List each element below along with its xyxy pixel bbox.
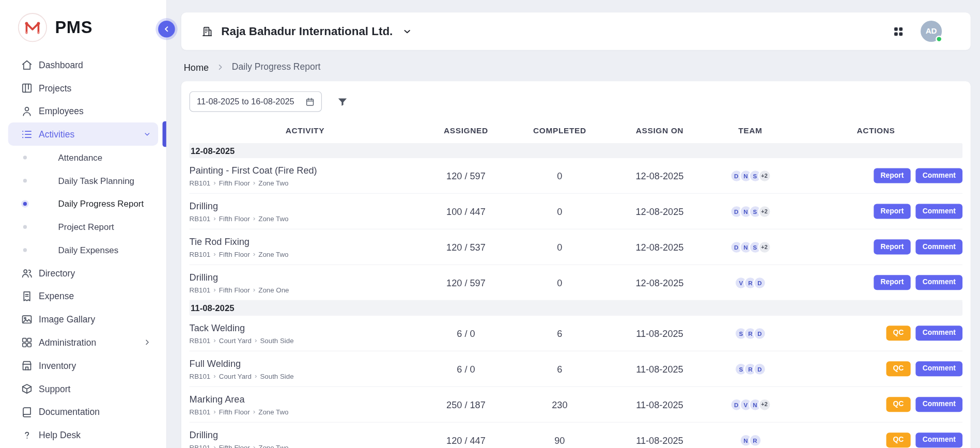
report-button[interactable]: Report [874,168,910,183]
sidebar-item-image-gallary[interactable]: Image Gallary [8,307,158,331]
comment-button[interactable]: Comment [915,204,962,219]
qc-button[interactable]: QC [886,432,910,447]
location-segment: RB101 [190,408,211,415]
actions-cell: ReportComment [789,168,962,183]
employees-icon [21,105,33,117]
online-status-dot [936,36,942,42]
apps-grid-icon[interactable] [893,25,905,37]
sidebar-item-documentation[interactable]: Documentation [8,400,158,423]
location-segment: RB101 [190,336,211,344]
brand-logo-icon [18,12,48,42]
report-button[interactable]: Report [874,204,910,219]
actions-cell: QCComment [789,397,962,412]
sidebar-item-help-desk[interactable]: Help Desk [8,423,158,446]
chevron-down-icon [143,129,152,138]
chevron-separator: › [253,179,255,186]
activity-cell: DrillingRB101›Fifth Floor›Zone Two [190,200,421,222]
sidebar-item-label: Projects [39,83,71,92]
bullet-icon [23,225,27,228]
filter-icon[interactable] [337,96,348,107]
activity-name: Tack Welding [190,322,415,333]
team-overflow-badge[interactable]: +2 [758,240,771,253]
team-overflow-badge[interactable]: +2 [758,398,771,411]
group-date-label: 12-08-2025 [191,146,235,155]
team-overflow-badge[interactable]: +2 [758,205,771,218]
activity-cell: Tie Rod FixingRB101›Fifth Floor›Zone Two [190,236,421,258]
sidebar-subitem-attendance[interactable]: Attendance [0,146,166,169]
location-segment: RB101 [190,372,211,380]
sidebar-item-inventory[interactable]: Inventory [8,354,158,377]
app-name: PMS [55,18,92,37]
activity-row: DrillingRB101›Fifth Floor›Zone Two120 / … [190,423,963,448]
breadcrumb-home[interactable]: Home [184,61,209,72]
report-button[interactable]: Report [874,275,910,290]
column-header-actions: ACTIONS [789,126,962,135]
comment-button[interactable]: Comment [915,432,962,447]
activity-row: Tie Rod FixingRB101›Fifth Floor›Zone Two… [190,229,963,265]
sidebar-item-projects[interactable]: Projects [8,76,158,100]
sidebar-subitem-label: Attendance [58,152,103,162]
qc-button[interactable]: QC [886,362,910,376]
comment-button[interactable]: Comment [915,397,962,412]
chevron-separator: › [213,408,215,415]
sidebar-subitem-daily-task-planning[interactable]: Daily Task Planning [0,169,166,192]
activity-name: Drilling [190,429,415,440]
chevron-separator: › [255,373,257,379]
qc-button[interactable]: QC [886,397,910,412]
qc-button[interactable]: QC [886,326,910,341]
sidebar-item-expense[interactable]: Expense [8,284,158,307]
chevron-separator: › [213,444,215,448]
sidebar-item-activities[interactable]: Activities [8,122,158,146]
activity-row: DrillingRB101›Fifth Floor›Zone Two100 / … [190,194,963,229]
assign-on-value: 11-08-2025 [608,328,711,339]
comment-button[interactable]: Comment [915,275,962,290]
actions-cell: ReportComment [789,204,962,219]
team-member-avatar[interactable]: D [753,327,766,339]
sidebar-item-label: Activities [39,129,74,139]
sidebar-item-support[interactable]: Support [8,377,158,400]
sidebar-item-employees[interactable]: Employees [8,99,158,122]
team-overflow-badge[interactable]: +2 [758,169,771,182]
chevron-separator: › [213,373,215,379]
actions-cell: ReportComment [789,275,962,290]
company-selector[interactable]: Raja Bahadur International Ltd. [201,24,413,38]
comment-button[interactable]: Comment [915,362,962,376]
location-segment: Court Yard [219,336,252,344]
dashboard-icon [21,58,33,71]
activity-row: Painting - First Coat (Fire Red)RB101›Fi… [190,158,963,194]
sidebar-item-label: Directory [39,268,75,277]
chevron-separator: › [213,179,215,186]
column-header-team: TEAM [711,126,789,135]
team-member-avatar[interactable]: R [749,434,761,446]
activity-cell: DrillingRB101›Fifth Floor›Zone Two [190,429,421,448]
sidebar-item-dashboard[interactable]: Dashboard [8,53,158,76]
date-range-input[interactable]: 11-08-2025 to 16-08-2025 [190,91,322,112]
topbar-right: AD [893,21,942,42]
assign-on-value: 11-08-2025 [608,363,711,374]
completed-value: 0 [511,242,609,253]
active-item-indicator [163,121,166,147]
sidebar-item-directory[interactable]: Directory [8,261,158,285]
comment-button[interactable]: Comment [915,168,962,183]
sidebar-item-label: Inventory [39,360,76,370]
breadcrumb-current: Daily Progress Report [232,62,321,72]
expense-icon [21,290,33,302]
sidebar-subitem-project-report[interactable]: Project Report [0,215,166,238]
report-button[interactable]: Report [874,240,910,254]
team-member-avatar[interactable]: D [753,276,766,289]
comment-button[interactable]: Comment [915,326,962,341]
actions-cell: QCComment [789,362,962,376]
team-cell: DVN+2 [711,398,789,411]
column-header-assign-on: ASSIGN ON [608,126,711,135]
sidebar-subitem-daily-expenses[interactable]: Daily Expenses [0,238,166,261]
sidebar-collapse-button[interactable] [158,21,175,38]
completed-value: 6 [511,328,609,339]
sidebar-item-administration[interactable]: Administration [8,331,158,354]
team-member-avatar[interactable]: D [753,362,766,375]
sidebar-item-label: Employees [39,106,84,116]
content-card: 11-08-2025 to 16-08-2025 ACTIVITYASSIGNE… [181,81,971,448]
user-avatar[interactable]: AD [921,21,942,42]
assign-on-value: 11-08-2025 [608,399,711,410]
sidebar-subitem-daily-progress-report[interactable]: Daily Progress Report [0,192,166,215]
comment-button[interactable]: Comment [915,240,962,254]
